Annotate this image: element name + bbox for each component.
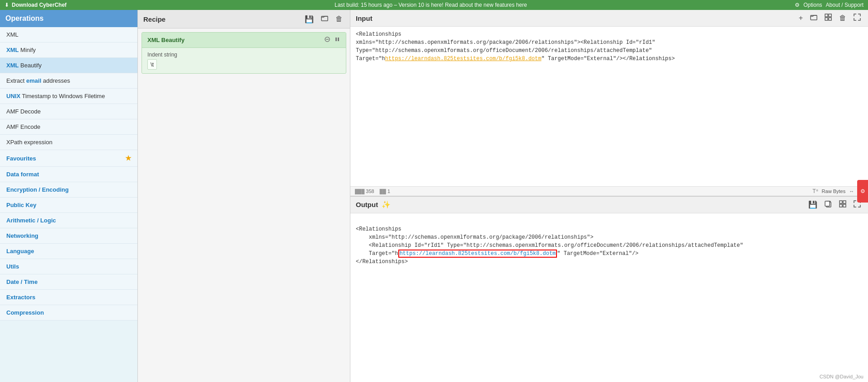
recipe-trash-button[interactable]: 🗑 bbox=[334, 14, 344, 24]
sidebar-section-public-key[interactable]: Public Key bbox=[0, 198, 137, 213]
input-content: <Relationships xmlns="http://schemas.ope… bbox=[356, 31, 675, 62]
sidebar-section-compression[interactable]: Compression bbox=[0, 305, 137, 321]
sidebar-section-networking[interactable]: Networking bbox=[0, 228, 137, 244]
floating-btn-icon: ⚙ bbox=[859, 188, 866, 194]
section-label: Compression bbox=[6, 309, 44, 316]
sidebar-item-label: Minify bbox=[20, 47, 36, 53]
recipe-field-label: Indent string bbox=[147, 52, 340, 58]
recipe-panel: Recipe 💾 🗑 XML Beautify bbox=[138, 10, 350, 382]
section-label: Utils bbox=[6, 263, 19, 270]
topbar-center: Last build: 15 hours ago – Version 10 is… bbox=[335, 2, 527, 8]
input-split-button[interactable] bbox=[823, 13, 834, 24]
sidebar-item-xml-beautify[interactable]: XML Beautify bbox=[0, 58, 137, 73]
options-icon: ⚙ bbox=[795, 2, 800, 8]
recipe-toolbar: 💾 🗑 bbox=[303, 14, 344, 24]
sidebar-section-datetime[interactable]: Date / Time bbox=[0, 274, 137, 290]
input-line-count: ██ 1 bbox=[380, 189, 390, 194]
section-label: Data format bbox=[6, 171, 39, 178]
sidebar: Operations XML XML Minify XML Beautify E… bbox=[0, 10, 138, 382]
svg-rect-7 bbox=[829, 14, 831, 17]
download-link[interactable]: Download CyberChef bbox=[12, 2, 66, 8]
input-toolbar: + 🗑 bbox=[797, 13, 863, 24]
svg-rect-9 bbox=[829, 18, 831, 20]
sidebar-item-xml[interactable]: XML bbox=[0, 27, 137, 42]
svg-rect-12 bbox=[840, 201, 842, 203]
build-info: Last build: 15 hours ago – Version 10 is… bbox=[335, 2, 527, 8]
sidebar-item-extract-email[interactable]: Extract email addresses bbox=[0, 73, 137, 89]
recipe-save-button[interactable]: 💾 bbox=[303, 14, 316, 24]
xml-prefix: XML bbox=[6, 62, 19, 69]
recipe-card-xml-beautify: XML Beautify bbox=[142, 32, 346, 74]
section-label: Language bbox=[6, 248, 34, 255]
recipe-body: XML Beautify bbox=[138, 28, 350, 382]
section-label: Encryption / Encoding bbox=[6, 186, 69, 193]
output-split-button[interactable] bbox=[837, 199, 848, 210]
sidebar-item-label: UNIX Timestamp to Windows Filetime bbox=[6, 93, 105, 99]
recipe-header: Recipe 💾 🗑 bbox=[138, 10, 350, 28]
output-toolbar: 💾 bbox=[807, 199, 863, 210]
svg-rect-13 bbox=[843, 201, 846, 203]
recipe-card-pause-button[interactable] bbox=[334, 36, 340, 44]
output-content: <Relationships xmlns="http://schemas.ope… bbox=[356, 226, 743, 265]
sidebar-section-data-format[interactable]: Data format bbox=[0, 167, 137, 182]
input-trash-button[interactable]: 🗑 bbox=[837, 13, 848, 23]
recipe-field-value: \t bbox=[147, 59, 157, 70]
floating-feedback-button[interactable]: ⚙ bbox=[857, 180, 868, 203]
sidebar-title: Operations bbox=[5, 14, 43, 22]
section-label: Networking bbox=[6, 232, 38, 239]
sidebar-item-label: XML bbox=[6, 31, 19, 38]
svg-rect-14 bbox=[840, 204, 842, 207]
sidebar-section-encryption[interactable]: Encryption / Encoding bbox=[0, 182, 137, 198]
output-save-button[interactable]: 💾 bbox=[807, 199, 819, 210]
input-area[interactable]: <Relationships xmlns="http://schemas.ope… bbox=[350, 27, 868, 186]
about-link[interactable]: About / Support bbox=[826, 2, 863, 8]
sidebar-item-xml-minify[interactable]: XML Minify bbox=[0, 42, 137, 58]
sidebar-header: Operations bbox=[0, 10, 137, 27]
svg-rect-4 bbox=[338, 38, 339, 41]
output-copy-button[interactable] bbox=[823, 199, 834, 210]
topbar: ⬇ Download CyberChef Last build: 15 hour… bbox=[0, 0, 868, 10]
input-statusbar: ███ 358 ██ 1 Tᵅ Raw Bytes ↔ LF bbox=[350, 186, 868, 196]
sidebar-item-label: AMF Encode bbox=[6, 123, 40, 130]
sidebar-item-label: AMF Decode bbox=[6, 108, 41, 115]
sidebar-item-unix-timestamp[interactable]: UNIX Timestamp to Windows Filetime bbox=[0, 89, 137, 104]
input-url: https://learndash.825testsites.com/b/fgi… bbox=[385, 56, 542, 62]
download-icon: ⬇ bbox=[5, 2, 9, 8]
main-layout: Operations XML XML Minify XML Beautify E… bbox=[0, 10, 868, 382]
input-expand-button[interactable] bbox=[852, 13, 863, 24]
sidebar-section-favourites[interactable]: Favourites ★ bbox=[0, 150, 137, 167]
output-area: <Relationships xmlns="http://schemas.ope… bbox=[350, 213, 868, 382]
arrow-icon: ↔ bbox=[849, 189, 854, 194]
sidebar-section-extractors[interactable]: Extractors bbox=[0, 290, 137, 305]
sidebar-section-arithmetic[interactable]: Arithmetic / Logic bbox=[0, 213, 137, 228]
star-icon: ★ bbox=[125, 154, 131, 162]
svg-rect-8 bbox=[825, 18, 828, 20]
sidebar-section-utils[interactable]: Utils bbox=[0, 259, 137, 274]
sidebar-item-label: Extract email addresses bbox=[6, 77, 70, 84]
section-label: Favourites bbox=[6, 155, 36, 162]
options-link[interactable]: Options bbox=[803, 2, 822, 8]
output-title: Output bbox=[356, 201, 378, 208]
recipe-card-disable-button[interactable] bbox=[324, 36, 330, 44]
section-label: Arithmetic / Logic bbox=[6, 217, 56, 224]
section-label: Extractors bbox=[6, 294, 35, 301]
input-statusbar-right: Tᵅ Raw Bytes ↔ LF bbox=[812, 188, 863, 194]
output-title-area: Output ✨ bbox=[356, 200, 391, 209]
input-add-button[interactable]: + bbox=[797, 13, 805, 23]
sidebar-item-amf-encode[interactable]: AMF Encode bbox=[0, 119, 137, 135]
magic-wand-icon[interactable]: ✨ bbox=[382, 200, 391, 209]
input-folder-button[interactable] bbox=[808, 13, 819, 24]
input-header: Input + bbox=[350, 10, 868, 27]
xml-prefix: XML bbox=[6, 47, 19, 53]
recipe-card-title: XML Beautify bbox=[147, 37, 184, 43]
sidebar-section-language[interactable]: Language bbox=[0, 244, 137, 259]
raw-bytes-button[interactable]: Raw Bytes bbox=[822, 189, 846, 194]
watermark: CSDN @David_Jou bbox=[820, 374, 863, 379]
sidebar-item-xpath[interactable]: XPath expression bbox=[0, 135, 137, 150]
recipe-folder-button[interactable] bbox=[319, 14, 330, 24]
input-title: Input bbox=[356, 14, 373, 22]
sidebar-list: XML XML Minify XML Beautify Extract emai… bbox=[0, 27, 137, 382]
recipe-title: Recipe bbox=[143, 15, 165, 23]
sidebar-item-amf-decode[interactable]: AMF Decode bbox=[0, 104, 137, 119]
svg-rect-11 bbox=[825, 201, 830, 206]
